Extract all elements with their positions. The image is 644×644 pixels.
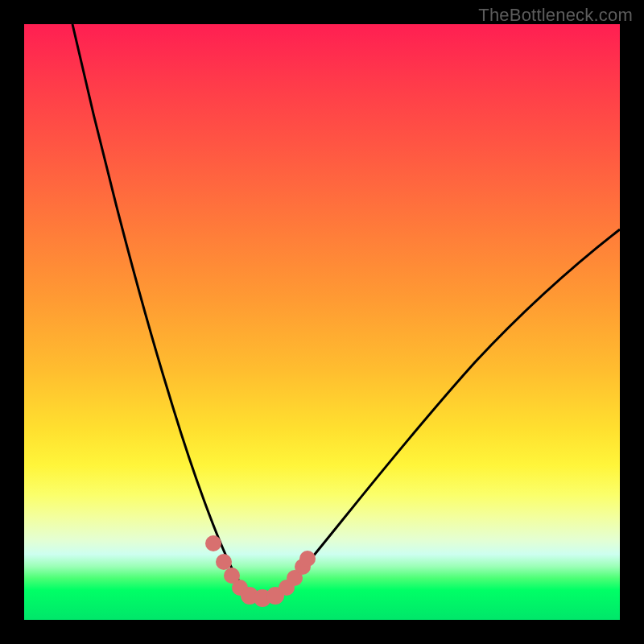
curve-right [262, 229, 620, 597]
chart-frame: TheBottleneck.com [0, 0, 644, 644]
plot-area [24, 24, 620, 620]
marker-dot [299, 551, 316, 567]
watermark-text: TheBottleneck.com [478, 5, 633, 26]
marker-dot [205, 535, 221, 551]
chart-svg [24, 24, 620, 620]
marker-dot [216, 554, 232, 570]
curve-left [72, 24, 262, 597]
